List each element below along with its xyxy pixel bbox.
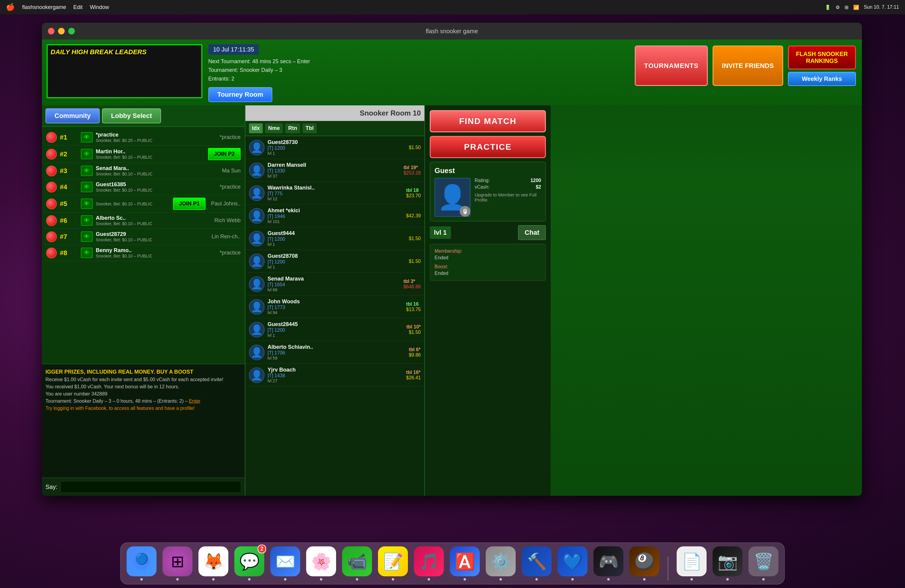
dock-item-launchpad[interactable]: ⊞ — [162, 547, 192, 580]
tournaments-button[interactable]: TOURNAMENTS — [635, 46, 708, 86]
window-titlebar: flash snooker game — [42, 23, 862, 40]
watch-button[interactable]: 👁 — [81, 215, 93, 226]
capture-dot — [726, 578, 729, 580]
apple-menu[interactable]: 🍎 — [6, 3, 15, 11]
dock-item-settings[interactable]: ⚙️ — [486, 547, 516, 580]
photos-dot — [320, 578, 322, 580]
table-row: #7 👁 Guest28729 Snooker, Bet: $0.10 – PU… — [44, 229, 243, 245]
nme-header[interactable]: Nme — [265, 123, 283, 133]
list-item: 👤 Wawrinka Stanisl.. [T] 775 lvl 12 tbl … — [245, 182, 424, 205]
profile-avatar[interactable]: 👤 🖱️ — [435, 178, 470, 217]
ball-icon — [46, 215, 57, 226]
rtn-header[interactable]: Rtn — [285, 123, 300, 133]
avatar: 👤 — [249, 140, 265, 156]
dock-item-music[interactable]: 🎵 — [414, 547, 444, 580]
music-icon: 🎵 — [414, 547, 444, 576]
window-menu[interactable]: Window — [90, 4, 109, 11]
mail-dot — [284, 578, 286, 580]
xcode-icon: 🔨 — [522, 547, 552, 576]
watch-button[interactable]: 👁 — [81, 149, 93, 159]
finder-icon: 🔵 — [127, 547, 157, 576]
watch-button[interactable]: 👁 — [81, 165, 93, 176]
dock-item-mail[interactable]: ✉️ — [270, 547, 300, 580]
dock-item-notes[interactable]: 📝 — [378, 547, 408, 580]
daily-break-panel: DAILY HIGH BREAK LEADERS — [47, 44, 202, 98]
join-p2-button[interactable]: JOIN P2 — [208, 148, 241, 160]
dock-item-appstore[interactable]: 🅰️ — [450, 547, 480, 580]
table-row: #4 👁 Guest16385 Snooker, Bet: $0.10 – PU… — [44, 179, 243, 195]
dock-item-firefox[interactable]: 🦊 — [198, 547, 229, 580]
level-chat-row: lvl 1 Chat — [430, 225, 546, 240]
dock-item-snooker[interactable]: 🎱 — [629, 547, 659, 580]
chat-button[interactable]: Chat — [518, 225, 546, 240]
profile-name: Guest — [435, 167, 541, 175]
cursor-icon[interactable]: 🖱️ — [460, 206, 470, 217]
ball-icon — [46, 248, 57, 258]
ball-icon — [46, 182, 57, 192]
steam-icon: ⚙ — [835, 5, 840, 10]
invite-friends-button[interactable]: INVITE FRIENDS — [713, 46, 783, 86]
menubar-right: 🔋 ⚙ ⊞ 📶 Sun 10. 7. 17:11 — [825, 5, 899, 10]
list-item: 👤 Guest9444 [T] 1200 lvl 1 $1.50 — [245, 227, 424, 250]
dock-item-photos[interactable]: 🌸 — [306, 547, 336, 580]
snooker-app-icon: 🎱 — [629, 547, 659, 576]
level-badge: lvl 1 — [430, 226, 451, 239]
dock-item-steam[interactable]: 🎮 — [594, 547, 623, 580]
ball-icon — [46, 149, 57, 160]
list-item: 👤 Darren Mansell [T] 1330 lvl 37 tbl 19*… — [245, 159, 424, 182]
membership-section: Membership: Ended Boost: Ended — [430, 244, 546, 281]
community-tab[interactable]: Community — [46, 108, 100, 123]
avatar: 👤 — [249, 277, 265, 292]
notes-dot — [392, 578, 394, 580]
enter-link[interactable]: Enter — [189, 399, 200, 404]
ball-icon — [46, 132, 57, 143]
dock-item-vscode[interactable]: 💙 — [557, 547, 587, 580]
avatar: 👤 — [249, 367, 265, 383]
dock-item-messages[interactable]: 💬 2 — [234, 547, 264, 580]
lobby-select-tab[interactable]: Lobby Select — [102, 108, 161, 123]
dock-item-capture[interactable]: 📷 — [713, 547, 743, 580]
files-icon: 📄 — [676, 547, 707, 576]
find-match-button[interactable]: FIND MATCH — [430, 110, 546, 132]
join-p1-button[interactable]: JOIN P1 — [173, 198, 206, 210]
firefox-icon: 🦊 — [198, 547, 229, 576]
idx-header[interactable]: Idx — [249, 123, 263, 133]
list-item: 👤 Guest28730 [T] 1200 lvl 1 $1.50 — [245, 136, 424, 159]
list-item: 👤 Yjrv Boach [T] 1438 lvl 27 tbl 16* $26… — [245, 364, 424, 386]
list-item: 👤 John Woods [T] 1773 lvl 94 tbl 16 $13.… — [245, 296, 424, 318]
watch-button[interactable]: 👁 — [81, 199, 93, 209]
dock-item-xcode[interactable]: 🔨 — [522, 547, 552, 580]
watch-button[interactable]: 👁 — [81, 248, 93, 258]
facetime-icon: 📹 — [342, 547, 372, 576]
list-item: 👤 Guest28708 [T] 1200 lvl 1 $1.50 — [245, 250, 424, 273]
dock-item-facetime[interactable]: 📹 — [342, 547, 372, 580]
app-name[interactable]: flashsnookergame — [22, 4, 66, 11]
menubar: 🍎 flashsnookergame Edit Window 🔋 ⚙ ⊞ 📶 S… — [0, 0, 905, 14]
maximize-button[interactable] — [68, 28, 75, 35]
finder-dot — [140, 578, 143, 580]
rankings-button[interactable]: FLASH SNOOKER RANKINGS — [788, 46, 856, 70]
dock-item-files[interactable]: 📄 — [676, 547, 707, 580]
avatar: 👤 — [249, 322, 265, 337]
minimize-button[interactable] — [58, 28, 65, 35]
watch-button[interactable]: 👁 — [81, 132, 93, 143]
player-list: #1 👁 *practice Snooker, Bet: $0.25 – PUB… — [42, 127, 245, 364]
tbl-header[interactable]: Tbl — [303, 123, 317, 133]
settings-dot — [500, 578, 502, 580]
practice-button[interactable]: PRACTICE — [430, 136, 546, 158]
chat-input[interactable] — [60, 481, 241, 493]
vscode-icon: 💙 — [557, 547, 587, 576]
photos-icon: 🌸 — [306, 547, 336, 576]
list-item: 👤 Ahmet *ekici [T] 1946 lvl 101 $42.39 — [245, 205, 424, 227]
dock-item-finder[interactable]: 🔵 — [127, 547, 157, 580]
watch-button[interactable]: 👁 — [81, 231, 93, 242]
weekly-ranks-button[interactable]: Weekly Ranks — [788, 72, 856, 86]
appstore-dot — [464, 578, 466, 580]
watch-button[interactable]: 👁 — [81, 182, 93, 192]
avatar: 👤 — [249, 185, 265, 201]
tourney-room-button[interactable]: Tourney Room — [208, 87, 272, 102]
dock-separator — [668, 556, 668, 580]
dock-item-trash[interactable]: 🗑️ — [748, 547, 778, 580]
edit-menu[interactable]: Edit — [73, 4, 83, 11]
close-button[interactable] — [48, 28, 54, 35]
